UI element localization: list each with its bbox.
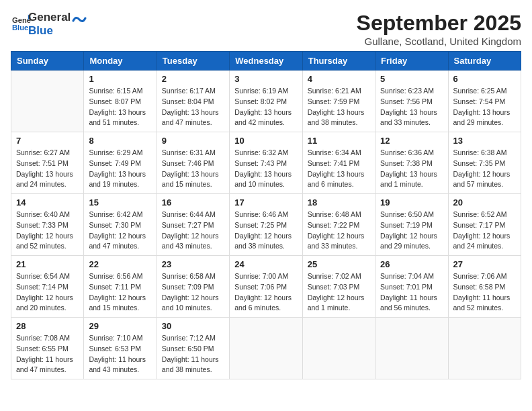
logo-blue-text: Blue — [28, 24, 71, 38]
day-info: Sunrise: 6:27 AMSunset: 7:51 PMDaylight:… — [16, 148, 79, 190]
calendar-cell: 11Sunrise: 6:34 AMSunset: 7:41 PMDayligh… — [302, 132, 375, 194]
day-info: Sunrise: 7:12 AMSunset: 6:50 PMDaylight:… — [162, 333, 224, 375]
calendar-week-row: 7Sunrise: 6:27 AMSunset: 7:51 PMDaylight… — [11, 132, 521, 194]
day-info: Sunrise: 7:06 AMSunset: 6:58 PMDaylight:… — [453, 271, 516, 314]
day-number: 23 — [162, 259, 224, 269]
day-number: 25 — [308, 259, 370, 269]
calendar-cell: 23Sunrise: 6:58 AMSunset: 7:09 PMDayligh… — [157, 256, 229, 318]
calendar-cell: 18Sunrise: 6:48 AMSunset: 7:22 PMDayligh… — [302, 194, 375, 256]
location-text: Gullane, Scotland, United Kingdom — [357, 36, 521, 47]
day-number: 18 — [308, 197, 370, 208]
svg-text:Blue: Blue — [12, 24, 28, 32]
day-info: Sunrise: 7:04 AMSunset: 7:01 PMDaylight:… — [380, 271, 443, 314]
day-info: Sunrise: 6:36 AMSunset: 7:38 PMDaylight:… — [380, 148, 443, 190]
day-info: Sunrise: 7:02 AMSunset: 7:03 PMDaylight:… — [308, 271, 370, 314]
calendar-cell: 24Sunrise: 7:00 AMSunset: 7:06 PMDayligh… — [230, 256, 302, 318]
calendar-cell: 16Sunrise: 6:44 AMSunset: 7:27 PMDayligh… — [157, 194, 229, 256]
day-info: Sunrise: 6:29 AMSunset: 7:49 PMDaylight:… — [89, 148, 151, 190]
calendar-cell: 13Sunrise: 6:38 AMSunset: 7:35 PMDayligh… — [448, 132, 521, 194]
calendar-day-header: Wednesday — [230, 52, 302, 71]
day-number: 26 — [380, 259, 443, 269]
day-number: 21 — [16, 259, 79, 269]
calendar-cell — [302, 318, 375, 379]
logo-general-text: General — [28, 11, 71, 24]
calendar-cell: 29Sunrise: 7:10 AMSunset: 6:53 PMDayligh… — [84, 318, 157, 379]
calendar-day-header: Saturday — [448, 52, 521, 71]
calendar-cell: 27Sunrise: 7:06 AMSunset: 6:58 PMDayligh… — [448, 256, 521, 318]
day-info: Sunrise: 6:23 AMSunset: 7:56 PMDaylight:… — [380, 86, 443, 128]
calendar-cell: 19Sunrise: 6:50 AMSunset: 7:19 PMDayligh… — [375, 194, 448, 256]
day-number: 15 — [89, 197, 151, 208]
calendar-cell: 3Sunrise: 6:19 AMSunset: 8:02 PMDaylight… — [230, 71, 302, 132]
day-number: 22 — [89, 259, 151, 269]
day-number: 17 — [234, 197, 297, 208]
day-number: 10 — [234, 136, 297, 146]
calendar-cell — [230, 318, 302, 379]
day-number: 29 — [89, 321, 151, 331]
day-number: 4 — [308, 74, 370, 84]
day-info: Sunrise: 7:08 AMSunset: 6:55 PMDaylight:… — [16, 333, 79, 375]
calendar-cell: 8Sunrise: 6:29 AMSunset: 7:49 PMDaylight… — [84, 132, 157, 194]
day-info: Sunrise: 6:56 AMSunset: 7:11 PMDaylight:… — [89, 271, 151, 314]
calendar-cell: 12Sunrise: 6:36 AMSunset: 7:38 PMDayligh… — [375, 132, 448, 194]
day-info: Sunrise: 6:34 AMSunset: 7:41 PMDaylight:… — [308, 148, 370, 190]
calendar-cell: 7Sunrise: 6:27 AMSunset: 7:51 PMDaylight… — [11, 132, 84, 194]
day-info: Sunrise: 6:32 AMSunset: 7:43 PMDaylight:… — [234, 148, 297, 190]
calendar-day-header: Tuesday — [157, 52, 229, 71]
day-info: Sunrise: 7:10 AMSunset: 6:53 PMDaylight:… — [89, 333, 151, 375]
day-number: 19 — [380, 197, 443, 208]
calendar-cell — [375, 318, 448, 379]
day-number: 12 — [380, 136, 443, 146]
day-number: 16 — [162, 197, 224, 208]
calendar-cell: 10Sunrise: 6:32 AMSunset: 7:43 PMDayligh… — [230, 132, 302, 194]
day-number: 7 — [16, 136, 79, 146]
page-header: General Blue General Blue September 2025… — [11, 11, 521, 47]
day-number: 9 — [162, 136, 224, 146]
day-info: Sunrise: 6:25 AMSunset: 7:54 PMDaylight:… — [453, 86, 516, 128]
day-info: Sunrise: 7:00 AMSunset: 7:06 PMDaylight:… — [234, 271, 297, 314]
calendar-week-row: 1Sunrise: 6:15 AMSunset: 8:07 PMDaylight… — [11, 71, 521, 132]
calendar-cell — [11, 71, 84, 132]
calendar-cell: 9Sunrise: 6:31 AMSunset: 7:46 PMDaylight… — [157, 132, 229, 194]
day-number: 30 — [162, 321, 224, 331]
day-info: Sunrise: 6:44 AMSunset: 7:27 PMDaylight:… — [162, 210, 224, 252]
day-number: 28 — [16, 321, 79, 331]
day-info: Sunrise: 6:42 AMSunset: 7:30 PMDaylight:… — [89, 210, 151, 252]
calendar-header-row: SundayMondayTuesdayWednesdayThursdayFrid… — [11, 52, 521, 71]
calendar-cell: 28Sunrise: 7:08 AMSunset: 6:55 PMDayligh… — [11, 318, 84, 379]
calendar-table: SundayMondayTuesdayWednesdayThursdayFrid… — [11, 51, 521, 379]
calendar-cell: 5Sunrise: 6:23 AMSunset: 7:56 PMDaylight… — [375, 71, 448, 132]
calendar-cell: 6Sunrise: 6:25 AMSunset: 7:54 PMDaylight… — [448, 71, 521, 132]
day-info: Sunrise: 6:48 AMSunset: 7:22 PMDaylight:… — [308, 210, 370, 252]
day-number: 2 — [162, 74, 224, 84]
calendar-cell: 2Sunrise: 6:17 AMSunset: 8:04 PMDaylight… — [157, 71, 229, 132]
calendar-cell — [448, 318, 521, 379]
logo: General Blue General Blue — [11, 11, 87, 37]
day-number: 13 — [453, 136, 516, 146]
day-info: Sunrise: 6:15 AMSunset: 8:07 PMDaylight:… — [89, 86, 151, 128]
day-info: Sunrise: 6:52 AMSunset: 7:17 PMDaylight:… — [453, 210, 516, 252]
calendar-cell: 22Sunrise: 6:56 AMSunset: 7:11 PMDayligh… — [84, 256, 157, 318]
day-number: 1 — [89, 74, 151, 84]
month-title: September 2025 — [357, 11, 521, 36]
day-number: 14 — [16, 197, 79, 208]
calendar-cell: 4Sunrise: 6:21 AMSunset: 7:59 PMDaylight… — [302, 71, 375, 132]
day-info: Sunrise: 6:54 AMSunset: 7:14 PMDaylight:… — [16, 271, 79, 314]
calendar-day-header: Monday — [84, 52, 157, 71]
day-number: 3 — [234, 74, 297, 84]
calendar-cell: 17Sunrise: 6:46 AMSunset: 7:25 PMDayligh… — [230, 194, 302, 256]
day-info: Sunrise: 6:50 AMSunset: 7:19 PMDaylight:… — [380, 210, 443, 252]
day-number: 11 — [308, 136, 370, 146]
day-info: Sunrise: 6:46 AMSunset: 7:25 PMDaylight:… — [234, 210, 297, 252]
day-number: 6 — [453, 74, 516, 84]
calendar-week-row: 28Sunrise: 7:08 AMSunset: 6:55 PMDayligh… — [11, 318, 521, 379]
calendar-cell: 15Sunrise: 6:42 AMSunset: 7:30 PMDayligh… — [84, 194, 157, 256]
day-info: Sunrise: 6:58 AMSunset: 7:09 PMDaylight:… — [162, 271, 224, 314]
calendar-cell: 30Sunrise: 7:12 AMSunset: 6:50 PMDayligh… — [157, 318, 229, 379]
calendar-cell: 25Sunrise: 7:02 AMSunset: 7:03 PMDayligh… — [302, 256, 375, 318]
title-block: September 2025 Gullane, Scotland, United… — [357, 11, 521, 47]
day-number: 27 — [453, 259, 516, 269]
calendar-cell: 26Sunrise: 7:04 AMSunset: 7:01 PMDayligh… — [375, 256, 448, 318]
calendar-week-row: 14Sunrise: 6:40 AMSunset: 7:33 PMDayligh… — [11, 194, 521, 256]
logo-wave-icon — [72, 14, 87, 28]
